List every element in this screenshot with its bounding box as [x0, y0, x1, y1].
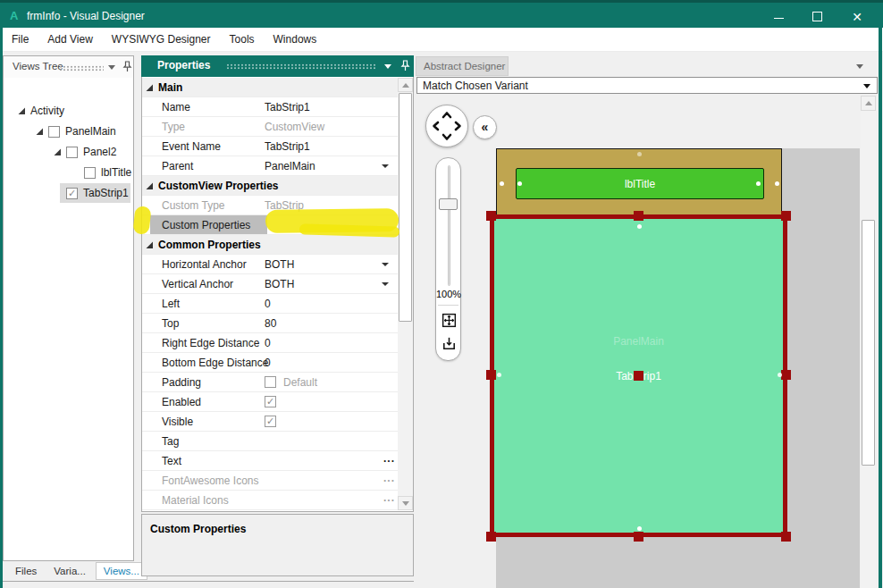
- pan-navigation-pad[interactable]: [425, 105, 468, 147]
- property-row-common-properties[interactable]: Common Properties: [142, 235, 398, 255]
- category-label: CustomView Properties: [158, 180, 278, 192]
- selection-handle[interactable]: [781, 211, 791, 221]
- property-row-parent[interactable]: ParentPanelMain: [142, 156, 398, 176]
- selection-handle[interactable]: [486, 211, 496, 221]
- selection-handle[interactable]: [781, 532, 791, 542]
- selection-handle[interactable]: [634, 211, 643, 221]
- zoom-slider-thumb[interactable]: [439, 198, 458, 210]
- category-expander-icon[interactable]: [146, 182, 154, 190]
- tree-node-lbltitle[interactable]: lblTitle: [4, 163, 133, 182]
- variant-dropdown[interactable]: Match Chosen Variant: [416, 77, 878, 94]
- property-row-event-name[interactable]: Event NameTabStrip1: [142, 137, 398, 156]
- property-row-fontawesome-icons[interactable]: FontAwesome Icons...: [142, 471, 398, 491]
- menu-item-add-view[interactable]: Add View: [45, 31, 95, 47]
- close-button[interactable]: ✕: [837, 3, 878, 30]
- selection-handle[interactable]: [634, 532, 643, 542]
- scroll-down-button[interactable]: [398, 496, 413, 510]
- tree-node-tabstrip1[interactable]: ✓TabStrip1: [4, 183, 133, 203]
- property-checkbox-enabled[interactable]: ✓: [265, 396, 276, 407]
- property-row-customview-properties[interactable]: CustomView Properties: [142, 176, 398, 196]
- window-border-right: [879, 28, 882, 588]
- scrollbar-thumb[interactable]: [862, 220, 875, 466]
- ellipsis-button[interactable]: ...: [383, 452, 395, 465]
- menu-item-tools[interactable]: Tools: [227, 31, 257, 47]
- chevron-down-icon[interactable]: [384, 64, 391, 69]
- tab-views[interactable]: Views...: [96, 562, 147, 580]
- property-checkbox-padding[interactable]: [265, 376, 276, 388]
- category-expander-icon[interactable]: [146, 241, 154, 249]
- property-row-visible[interactable]: Visible✓: [142, 412, 398, 432]
- fit-to-screen-button[interactable]: [440, 311, 458, 329]
- property-row-horizontal-anchor[interactable]: Horizontal AnchorBOTH: [142, 255, 398, 274]
- tab-files[interactable]: Files: [8, 563, 44, 579]
- views-tree-panel: Views Tree ActivityPanelMainPanel2lblTit…: [3, 55, 134, 561]
- dropdown-arrow-icon[interactable]: [382, 282, 389, 286]
- zoom-control: 100%: [435, 157, 461, 361]
- ellipsis-button[interactable]: ...: [383, 491, 395, 504]
- designer-scrollbar[interactable]: [861, 96, 876, 588]
- selection-handle[interactable]: [781, 370, 791, 380]
- scroll-up-button[interactable]: [398, 78, 413, 92]
- collapse-panel-button[interactable]: «: [473, 115, 497, 139]
- variant-dropdown-value: Match Chosen Variant: [423, 80, 528, 92]
- property-row-text[interactable]: Text...: [142, 451, 398, 471]
- minimize-button[interactable]: [760, 3, 797, 30]
- tab-varia[interactable]: Varia...: [46, 563, 93, 579]
- chevron-down-icon[interactable]: [108, 65, 115, 70]
- tree-node-panel2[interactable]: Panel2: [4, 142, 133, 162]
- property-row-top[interactable]: Top80: [142, 314, 398, 333]
- dropdown-arrow-icon[interactable]: [382, 263, 389, 266]
- property-row-right-edge-distance[interactable]: Right Edge Distance0: [142, 333, 398, 353]
- tree-checkbox-lbltitle[interactable]: [84, 167, 96, 179]
- property-label: Right Edge Distance: [162, 337, 259, 349]
- expander-icon[interactable]: [36, 128, 44, 136]
- property-label: Type: [162, 121, 185, 133]
- properties-header[interactable]: Properties: [141, 55, 414, 77]
- property-row-left[interactable]: Left0: [142, 294, 398, 314]
- tree-checkbox-tabstrip1[interactable]: ✓: [66, 188, 78, 199]
- selection-handle[interactable]: [634, 371, 643, 381]
- pin-icon[interactable]: [122, 61, 132, 72]
- property-row-tag[interactable]: Tag: [142, 432, 398, 451]
- tree-node-panelmain[interactable]: PanelMain: [4, 122, 133, 141]
- expander-icon[interactable]: [18, 107, 26, 115]
- property-row-name[interactable]: NameTabStrip1: [142, 97, 398, 117]
- designer-lbltitle[interactable]: lblTitle: [516, 168, 764, 199]
- tree-node-activity[interactable]: Activity: [4, 101, 133, 121]
- tree-node-label: Activity: [30, 105, 64, 117]
- scrollbar-thumb[interactable]: [399, 93, 412, 322]
- properties-title: Properties: [157, 59, 210, 71]
- scroll-up-button[interactable]: [861, 96, 876, 111]
- property-row-material-icons[interactable]: Material Icons...: [142, 491, 398, 510]
- property-row-enabled[interactable]: Enabled✓: [142, 392, 398, 412]
- ellipsis-button[interactable]: ...: [383, 472, 395, 484]
- properties-scrollbar[interactable]: [398, 78, 413, 510]
- views-tree-header[interactable]: Views Tree: [4, 56, 133, 78]
- pin-icon[interactable]: [400, 60, 410, 71]
- tree-checkbox-panel2[interactable]: [66, 147, 78, 158]
- anchor-dot-icon: [778, 373, 782, 377]
- zoom-slider-track[interactable]: [448, 165, 450, 286]
- property-value: Default: [283, 376, 317, 389]
- property-checkbox-visible[interactable]: ✓: [265, 416, 276, 427]
- menu-item-file[interactable]: File: [9, 31, 31, 47]
- category-expander-icon[interactable]: [146, 84, 154, 92]
- import-view-button[interactable]: [440, 334, 458, 352]
- property-row-padding[interactable]: PaddingDefault: [142, 373, 398, 392]
- tab-abstract-designer[interactable]: Abstract Designer: [416, 56, 509, 76]
- dropdown-arrow-icon[interactable]: [382, 164, 389, 168]
- move-fit-icon: [441, 312, 458, 329]
- property-row-type[interactable]: TypeCustomView: [142, 117, 398, 137]
- maximize-button[interactable]: [798, 3, 836, 30]
- property-row-main[interactable]: Main: [142, 78, 398, 97]
- property-row-bottom-edge-distance[interactable]: Bottom Edge Distance0: [142, 353, 398, 373]
- property-row-vertical-anchor[interactable]: Vertical AnchorBOTH: [142, 274, 398, 294]
- selection-handle[interactable]: [486, 370, 496, 380]
- menu-item-windows[interactable]: Windows: [271, 31, 320, 47]
- menu-item-wysiwyg-designer[interactable]: WYSIWYG Designer: [109, 31, 214, 47]
- expander-icon[interactable]: [54, 148, 62, 156]
- selection-handle[interactable]: [486, 532, 496, 542]
- tree-checkbox-panelmain[interactable]: [48, 126, 60, 138]
- views-tree-title: Views Tree: [13, 61, 63, 71]
- chevron-down-icon[interactable]: [856, 64, 863, 69]
